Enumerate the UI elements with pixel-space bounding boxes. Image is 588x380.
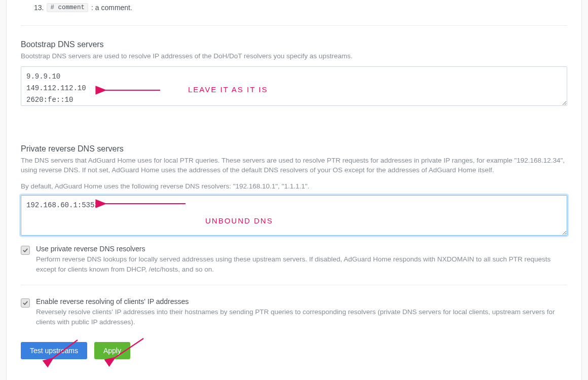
private-reverse-section: Private reverse DNS servers The DNS serv…	[21, 144, 567, 238]
private-desc: The DNS servers that AdGuard Home uses f…	[21, 156, 567, 175]
enable-reverse-resolving-label: Enable reverse resolving of clients' IP …	[36, 297, 567, 306]
use-private-reverse-dns-row: Use private reverse DNS resolvers Perfor…	[21, 245, 567, 275]
bootstrap-title: Bootstrap DNS servers	[21, 40, 567, 49]
test-upstreams-button[interactable]: Test upstreams	[21, 342, 87, 359]
comment-code: # comment	[47, 3, 88, 12]
divider	[21, 285, 567, 285]
settings-card: 13. # comment : a comment. Bootstrap DNS…	[6, 0, 582, 380]
use-private-reverse-dns-label: Use private reverse DNS resolvers	[36, 245, 567, 253]
private-title: Private reverse DNS servers	[21, 144, 567, 154]
enable-reverse-resolving-body: Enable reverse resolving of clients' IP …	[36, 297, 567, 328]
bootstrap-dns-textarea[interactable]	[21, 66, 567, 106]
bootstrap-section: Bootstrap DNS servers Bootstrap DNS serv…	[21, 40, 567, 108]
use-private-reverse-dns-checkbox[interactable]	[21, 246, 30, 255]
list-number: 13.	[34, 4, 44, 12]
enable-reverse-resolving-desc: Reversely resolve clients' IP addresses …	[36, 307, 567, 328]
apply-button[interactable]: Apply	[94, 342, 130, 359]
private-reverse-dns-textarea[interactable]	[21, 195, 567, 236]
list-13-text: : a comment.	[91, 4, 132, 12]
check-icon	[22, 247, 28, 253]
private-default-note: By default, AdGuard Home uses the follow…	[21, 182, 567, 190]
check-icon	[22, 300, 28, 306]
divider	[21, 25, 567, 26]
use-private-reverse-dns-body: Use private reverse DNS resolvers Perfor…	[36, 245, 567, 275]
syntax-list-item-13: 13. # comment : a comment.	[21, 0, 567, 12]
button-row: Test upstreams Apply	[21, 342, 567, 369]
use-private-reverse-dns-desc: Perform reverse DNS lookups for locally …	[36, 254, 567, 275]
enable-reverse-resolving-row: Enable reverse resolving of clients' IP …	[21, 297, 567, 328]
spacer	[21, 108, 567, 144]
bootstrap-desc: Bootstrap DNS servers are used to resolv…	[21, 51, 567, 61]
enable-reverse-resolving-checkbox[interactable]	[21, 298, 30, 308]
